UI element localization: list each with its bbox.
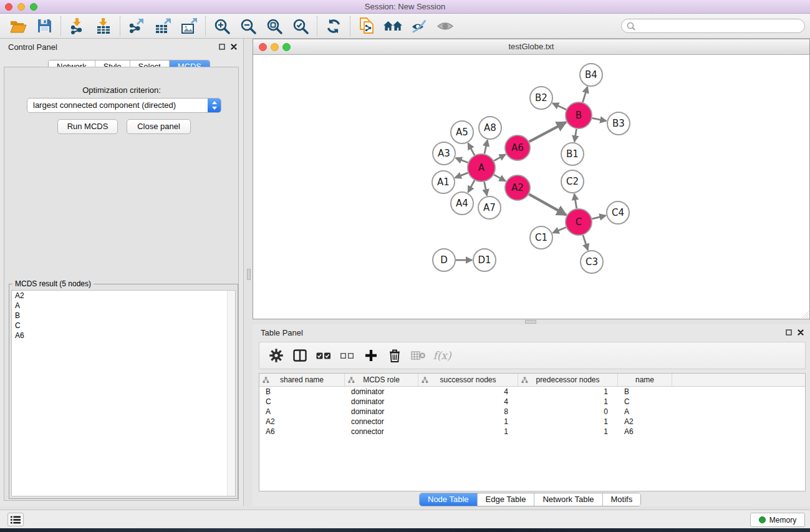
column-header-predecessor-nodes[interactable]: predecessor nodes — [518, 374, 618, 386]
node-A[interactable]: A — [468, 154, 495, 181]
edge-A2-C[interactable] — [529, 194, 566, 215]
column-header-MCDS-role[interactable]: MCDS role — [345, 374, 418, 386]
optimization-criterion-select[interactable]: largest connected component (directed) — [27, 98, 221, 113]
column-header-successor-nodes[interactable]: successor nodes — [418, 374, 518, 386]
node-A4[interactable]: A4 — [451, 192, 473, 215]
node-D1[interactable]: D1 — [473, 249, 496, 271]
edge-A-A7[interactable] — [485, 182, 487, 196]
mcds-result-item[interactable]: B — [12, 311, 235, 321]
node-B1[interactable]: B1 — [561, 143, 584, 165]
tab-network-table[interactable]: Network Table — [534, 493, 602, 506]
table-row[interactable]: Bdominator41B — [259, 387, 805, 397]
refresh-layout-button[interactable] — [321, 16, 347, 37]
close-panel-button[interactable]: Close panel — [127, 119, 191, 134]
export-table-button[interactable] — [150, 16, 176, 37]
edge-C-C4[interactable] — [592, 216, 605, 219]
create-column-button[interactable] — [359, 344, 383, 367]
node-C[interactable]: C — [566, 209, 592, 235]
node-C1[interactable]: C1 — [530, 226, 552, 249]
minimize-window-button[interactable] — [271, 43, 279, 51]
edge-C-C1[interactable] — [553, 228, 566, 233]
unselect-all-columns-button[interactable] — [335, 344, 359, 367]
search-input[interactable] — [639, 22, 799, 31]
zoom-fit-button[interactable] — [261, 16, 287, 37]
tab-node-table[interactable]: Node Table — [420, 493, 478, 506]
node-C4[interactable]: C4 — [607, 201, 629, 224]
edge-B-B1[interactable] — [574, 129, 576, 142]
close-window-button[interactable] — [259, 43, 267, 51]
node-table[interactable]: shared nameMCDS rolesuccessor nodesprede… — [259, 373, 806, 491]
show-graphics-details-button[interactable] — [432, 16, 458, 37]
import-table-button[interactable] — [90, 16, 117, 37]
column-header-name[interactable]: name — [618, 374, 672, 386]
edge-A-A6[interactable] — [494, 155, 506, 161]
mcds-result-item[interactable]: A2 — [12, 291, 235, 301]
close-panel-icon[interactable] — [798, 329, 804, 336]
node-D[interactable]: D — [433, 249, 455, 271]
float-panel-icon[interactable] — [219, 44, 225, 50]
delete-table-button[interactable] — [407, 344, 430, 367]
maximize-window-button[interactable] — [282, 43, 291, 51]
table-row[interactable]: Adominator80A — [259, 407, 805, 417]
save-session-button[interactable] — [31, 16, 57, 37]
node-B[interactable]: B — [566, 102, 592, 128]
node-C2[interactable]: C2 — [561, 170, 584, 193]
node-A2[interactable]: A2 — [505, 175, 530, 200]
delete-column-button[interactable] — [383, 344, 407, 367]
edge-A-A5[interactable] — [468, 143, 475, 155]
task-history-button[interactable] — [7, 513, 24, 526]
float-panel-icon[interactable] — [786, 329, 792, 336]
edge-A6-B[interactable] — [529, 122, 566, 142]
edge-C-C3[interactable] — [583, 235, 588, 250]
close-window-button[interactable] — [5, 3, 12, 11]
maximize-window-button[interactable] — [30, 3, 37, 11]
node-A8[interactable]: A8 — [479, 117, 501, 139]
tab-edge-table[interactable]: Edge Table — [478, 493, 535, 506]
edge-B-B2[interactable] — [552, 104, 566, 110]
home-button[interactable] — [380, 16, 406, 37]
run-mcds-button[interactable]: Run MCDS — [57, 119, 118, 134]
new-network-from-selection-button[interactable] — [354, 16, 380, 37]
node-A5[interactable]: A5 — [451, 121, 473, 143]
mcds-result-item[interactable]: A — [12, 301, 235, 311]
select-all-columns-button[interactable] — [312, 344, 335, 367]
edge-A-A4[interactable] — [468, 180, 475, 192]
hide-graphics-details-button[interactable] — [406, 16, 432, 37]
list-scrollbar-track[interactable] — [227, 291, 235, 496]
minimize-window-button[interactable] — [17, 3, 25, 11]
node-C3[interactable]: C3 — [581, 251, 603, 273]
node-B2[interactable]: B2 — [530, 87, 552, 109]
zoom-out-button[interactable] — [235, 16, 261, 37]
table-row[interactable]: A6connector11A6 — [259, 427, 805, 437]
resize-grip-icon[interactable] — [801, 310, 809, 317]
mcds-result-item[interactable]: C — [12, 321, 235, 331]
edge-C-C2[interactable] — [574, 194, 577, 209]
edge-A-A2[interactable] — [494, 175, 506, 181]
show-column-panel-button[interactable] — [288, 344, 312, 367]
node-A7[interactable]: A7 — [478, 196, 501, 219]
node-A6[interactable]: A6 — [505, 135, 530, 160]
table-settings-button[interactable] — [264, 344, 288, 367]
node-B4[interactable]: B4 — [580, 64, 602, 86]
splitter-handle-horizontal[interactable] — [525, 320, 536, 324]
node-A1[interactable]: A1 — [432, 171, 455, 193]
edge-A-A1[interactable] — [455, 173, 468, 178]
edge-A-A3[interactable] — [456, 158, 468, 163]
node-B3[interactable]: B3 — [607, 112, 630, 135]
zoom-in-button[interactable] — [209, 16, 235, 37]
export-network-button[interactable] — [123, 16, 150, 37]
edge-B-B4[interactable] — [583, 87, 588, 102]
mcds-result-item[interactable]: A6 — [12, 331, 235, 341]
table-row[interactable]: A2connector11A2 — [259, 417, 805, 427]
mcds-result-list[interactable]: A2ABCA6 — [11, 290, 236, 496]
import-network-button[interactable] — [64, 16, 90, 37]
memory-button[interactable]: Memory — [750, 513, 805, 527]
table-row[interactable]: Cdominator41C — [259, 397, 805, 407]
edge-B-B3[interactable] — [592, 118, 607, 121]
close-panel-icon[interactable] — [231, 44, 237, 50]
function-builder-button[interactable]: f(x) — [430, 344, 454, 367]
toolbar-search[interactable] — [621, 19, 805, 33]
network-canvas[interactable]: B4B2BB3A5A8A6A3AB1A1A2C2A4A7C4CC1C3DD1 — [253, 55, 809, 318]
export-image-button[interactable] — [176, 16, 202, 37]
select-stepper[interactable] — [208, 99, 221, 112]
